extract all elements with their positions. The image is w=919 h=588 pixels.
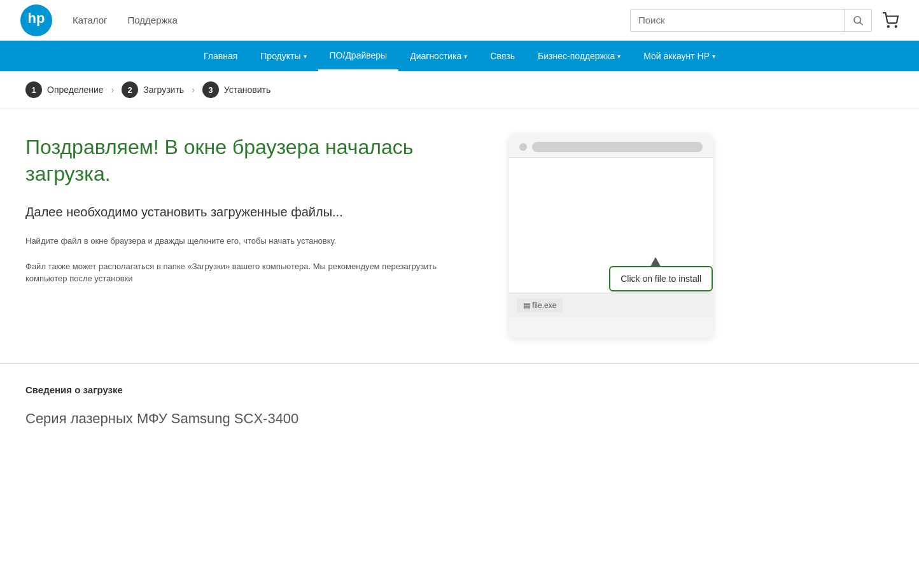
nav-support[interactable]: Поддержка bbox=[128, 15, 178, 25]
cart-icon bbox=[882, 12, 899, 29]
lower-section: Сведения о загрузке Серия лазерных МФУ S… bbox=[0, 363, 919, 447]
product-name: Серия лазерных МФУ Samsung SCX-3400 bbox=[25, 410, 894, 427]
svg-line-3 bbox=[860, 22, 862, 25]
bluenav-diagnostics[interactable]: Диагностика ▾ bbox=[398, 41, 479, 71]
nav-catalog[interactable]: Каталог bbox=[73, 15, 108, 25]
search-bar bbox=[630, 9, 872, 32]
search-icon bbox=[852, 15, 864, 26]
bluenav-drivers[interactable]: ПО/Драйверы bbox=[318, 41, 399, 71]
steps-bar: 1 Определение › 2 Загрузить › 3 Установи… bbox=[0, 71, 919, 109]
main-content: Поздравляем! В окне браузера началась за… bbox=[0, 109, 919, 363]
step-1-circle: 1 bbox=[25, 81, 42, 98]
bluenav-contact[interactable]: Связь bbox=[479, 41, 526, 71]
step-separator-2: › bbox=[192, 85, 195, 95]
search-button[interactable] bbox=[844, 10, 871, 31]
hp-logo[interactable]: hp bbox=[20, 4, 52, 36]
svg-point-5 bbox=[895, 25, 897, 27]
click-to-install-label: Click on file to install bbox=[621, 274, 701, 284]
browser-dot-1 bbox=[519, 143, 527, 151]
step-3-circle: 3 bbox=[202, 81, 219, 98]
svg-point-4 bbox=[888, 25, 889, 27]
right-illustration: Click on file to install ▤ file.exe bbox=[496, 134, 713, 338]
browser-body: Click on file to install ▤ file.exe bbox=[509, 158, 713, 317]
chevron-down-icon: ▾ bbox=[712, 53, 715, 60]
browser-mockup: Click on file to install ▤ file.exe bbox=[509, 134, 713, 338]
chevron-down-icon: ▾ bbox=[617, 53, 621, 60]
subtitle: Далее необходимо установить загруженные … bbox=[25, 205, 471, 220]
bluenav-products[interactable]: Продукты ▾ bbox=[249, 41, 318, 71]
browser-toolbar bbox=[509, 134, 713, 158]
blue-navbar: Главная Продукты ▾ ПО/Драйверы Диагности… bbox=[0, 41, 919, 71]
cart-button[interactable] bbox=[882, 12, 899, 29]
step-2-circle: 2 bbox=[122, 81, 138, 98]
bluenav-business[interactable]: Бизнес-поддержка ▾ bbox=[526, 41, 632, 71]
main-title: Поздравляем! В окне браузера началась за… bbox=[25, 134, 471, 187]
chevron-down-icon: ▾ bbox=[464, 53, 467, 60]
browser-url-bar bbox=[532, 142, 703, 152]
download-info-title: Сведения о загрузке bbox=[25, 384, 894, 395]
file-chip[interactable]: ▤ file.exe bbox=[517, 298, 563, 312]
bluenav-home[interactable]: Главная bbox=[192, 41, 249, 71]
search-input[interactable] bbox=[631, 10, 844, 31]
top-nav-links: Каталог Поддержка bbox=[73, 15, 630, 25]
bluenav-account[interactable]: Мой аккаунт HP ▾ bbox=[632, 41, 727, 71]
instruction-1: Найдите файл в окне браузера и дважды ще… bbox=[25, 235, 471, 248]
left-content: Поздравляем! В окне браузера началась за… bbox=[25, 134, 471, 338]
step-2-label: Загрузить bbox=[143, 85, 184, 95]
step-3-label: Установить bbox=[224, 85, 270, 95]
top-navbar: hp Каталог Поддержка bbox=[0, 0, 919, 41]
step-1-label: Определение bbox=[47, 85, 104, 95]
instruction-2: Файл также может располагаться в папке «… bbox=[25, 260, 471, 285]
click-to-install-tooltip[interactable]: Click on file to install bbox=[609, 266, 713, 291]
chevron-down-icon: ▾ bbox=[304, 53, 307, 60]
svg-text:hp: hp bbox=[28, 10, 45, 26]
svg-point-2 bbox=[854, 17, 861, 24]
download-bar: ▤ file.exe bbox=[509, 293, 713, 317]
step-separator-1: › bbox=[111, 85, 115, 95]
